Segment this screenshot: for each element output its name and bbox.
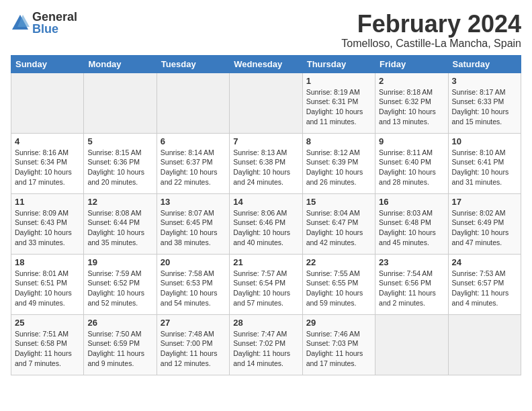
day-info: Sunrise: 8:10 AM Sunset: 6:41 PM Dayligh… [452, 148, 517, 187]
day-cell: 21Sunrise: 7:57 AM Sunset: 6:54 PM Dayli… [230, 254, 302, 314]
day-number: 12 [87, 197, 152, 207]
day-info: Sunrise: 8:17 AM Sunset: 6:33 PM Dayligh… [452, 87, 517, 127]
calendar-table: SundayMondayTuesdayWednesdayThursdayFrid… [11, 55, 521, 375]
day-number: 22 [306, 257, 371, 267]
day-cell: 25Sunrise: 7:51 AM Sunset: 6:58 PM Dayli… [11, 314, 84, 375]
day-number: 20 [161, 257, 226, 267]
day-number: 8 [306, 136, 371, 146]
header-row: SundayMondayTuesdayWednesdayThursdayFrid… [11, 55, 521, 73]
calendar-body: 1Sunrise: 8:19 AM Sunset: 6:31 PM Daylig… [11, 73, 521, 375]
header-friday: Friday [375, 55, 448, 73]
week-row-5: 25Sunrise: 7:51 AM Sunset: 6:58 PM Dayli… [11, 314, 521, 375]
day-number: 23 [379, 257, 444, 267]
day-number: 14 [233, 197, 298, 207]
day-number: 6 [161, 136, 226, 146]
day-cell: 24Sunrise: 7:53 AM Sunset: 6:57 PM Dayli… [448, 254, 521, 314]
day-number: 21 [233, 257, 298, 267]
day-cell: 6Sunrise: 8:14 AM Sunset: 6:37 PM Daylig… [157, 133, 229, 193]
day-info: Sunrise: 8:13 AM Sunset: 6:38 PM Dayligh… [233, 148, 298, 187]
day-info: Sunrise: 8:18 AM Sunset: 6:32 PM Dayligh… [379, 87, 444, 127]
day-number: 29 [306, 318, 371, 328]
day-cell: 29Sunrise: 7:46 AM Sunset: 7:03 PM Dayli… [302, 314, 375, 375]
day-info: Sunrise: 8:02 AM Sunset: 6:49 PM Dayligh… [452, 208, 517, 248]
day-info: Sunrise: 8:04 AM Sunset: 6:47 PM Dayligh… [306, 208, 371, 248]
day-info: Sunrise: 8:19 AM Sunset: 6:31 PM Dayligh… [306, 87, 371, 127]
day-number: 27 [161, 318, 226, 328]
day-number: 28 [233, 318, 298, 328]
logo-icon [11, 13, 30, 32]
day-info: Sunrise: 8:03 AM Sunset: 6:48 PM Dayligh… [379, 208, 444, 248]
day-cell: 2Sunrise: 8:18 AM Sunset: 6:32 PM Daylig… [375, 73, 448, 133]
day-cell: 26Sunrise: 7:50 AM Sunset: 6:59 PM Dayli… [84, 314, 157, 375]
day-number: 3 [452, 76, 517, 86]
header-sunday: Sunday [11, 55, 84, 73]
day-cell: 7Sunrise: 8:13 AM Sunset: 6:38 PM Daylig… [230, 133, 302, 193]
week-row-2: 4Sunrise: 8:16 AM Sunset: 6:34 PM Daylig… [11, 133, 521, 193]
day-info: Sunrise: 8:07 AM Sunset: 6:45 PM Dayligh… [161, 208, 226, 248]
day-number: 2 [379, 76, 444, 86]
day-number: 18 [15, 257, 80, 267]
day-cell: 22Sunrise: 7:55 AM Sunset: 6:55 PM Dayli… [302, 254, 375, 314]
day-number: 26 [87, 318, 152, 328]
day-number: 24 [452, 257, 517, 267]
day-info: Sunrise: 8:15 AM Sunset: 6:36 PM Dayligh… [87, 148, 152, 187]
day-cell: 10Sunrise: 8:10 AM Sunset: 6:41 PM Dayli… [448, 133, 521, 193]
day-info: Sunrise: 8:12 AM Sunset: 6:39 PM Dayligh… [306, 148, 371, 187]
day-number: 5 [87, 136, 152, 146]
day-info: Sunrise: 7:54 AM Sunset: 6:56 PM Dayligh… [379, 269, 444, 308]
day-info: Sunrise: 8:14 AM Sunset: 6:37 PM Dayligh… [161, 148, 226, 187]
day-cell: 18Sunrise: 8:01 AM Sunset: 6:51 PM Dayli… [11, 254, 84, 314]
day-cell: 13Sunrise: 8:07 AM Sunset: 6:45 PM Dayli… [157, 193, 229, 254]
day-info: Sunrise: 7:51 AM Sunset: 6:58 PM Dayligh… [15, 329, 80, 369]
day-cell [375, 314, 448, 375]
day-cell: 11Sunrise: 8:09 AM Sunset: 6:43 PM Dayli… [11, 193, 84, 254]
day-info: Sunrise: 8:09 AM Sunset: 6:43 PM Dayligh… [15, 208, 80, 248]
day-info: Sunrise: 8:06 AM Sunset: 6:46 PM Dayligh… [233, 208, 298, 248]
day-number: 10 [452, 136, 517, 146]
day-info: Sunrise: 7:58 AM Sunset: 6:53 PM Dayligh… [161, 269, 226, 308]
day-number: 9 [379, 136, 444, 146]
header-wednesday: Wednesday [230, 55, 302, 73]
week-row-3: 11Sunrise: 8:09 AM Sunset: 6:43 PM Dayli… [11, 193, 521, 254]
header-thursday: Thursday [302, 55, 375, 73]
day-info: Sunrise: 8:01 AM Sunset: 6:51 PM Dayligh… [15, 269, 80, 308]
day-info: Sunrise: 7:53 AM Sunset: 6:57 PM Dayligh… [452, 269, 517, 308]
calendar-subtitle: Tomelloso, Castille-La Mancha, Spain [341, 38, 521, 50]
day-info: Sunrise: 8:11 AM Sunset: 6:40 PM Dayligh… [379, 148, 444, 187]
day-info: Sunrise: 8:16 AM Sunset: 6:34 PM Dayligh… [15, 148, 80, 187]
day-cell: 14Sunrise: 8:06 AM Sunset: 6:46 PM Dayli… [230, 193, 302, 254]
day-cell: 9Sunrise: 8:11 AM Sunset: 6:40 PM Daylig… [375, 133, 448, 193]
day-info: Sunrise: 7:46 AM Sunset: 7:03 PM Dayligh… [306, 329, 371, 369]
logo: General Blue [11, 11, 77, 35]
day-cell [11, 73, 84, 133]
calendar-title: February 2024 [341, 11, 521, 38]
day-cell [230, 73, 302, 133]
logo-general-text: General [32, 11, 77, 23]
day-number: 11 [15, 197, 80, 207]
day-number: 25 [15, 318, 80, 328]
day-cell: 5Sunrise: 8:15 AM Sunset: 6:36 PM Daylig… [84, 133, 157, 193]
day-info: Sunrise: 7:50 AM Sunset: 6:59 PM Dayligh… [87, 329, 152, 369]
day-info: Sunrise: 8:08 AM Sunset: 6:44 PM Dayligh… [87, 208, 152, 248]
day-cell: 23Sunrise: 7:54 AM Sunset: 6:56 PM Dayli… [375, 254, 448, 314]
day-number: 7 [233, 136, 298, 146]
header-tuesday: Tuesday [157, 55, 229, 73]
day-cell: 12Sunrise: 8:08 AM Sunset: 6:44 PM Dayli… [84, 193, 157, 254]
day-cell: 19Sunrise: 7:59 AM Sunset: 6:52 PM Dayli… [84, 254, 157, 314]
day-info: Sunrise: 7:57 AM Sunset: 6:54 PM Dayligh… [233, 269, 298, 308]
calendar-header: SundayMondayTuesdayWednesdayThursdayFrid… [11, 55, 521, 73]
day-cell: 20Sunrise: 7:58 AM Sunset: 6:53 PM Dayli… [157, 254, 229, 314]
day-info: Sunrise: 7:47 AM Sunset: 7:02 PM Dayligh… [233, 329, 298, 369]
header-saturday: Saturday [448, 55, 521, 73]
day-cell: 17Sunrise: 8:02 AM Sunset: 6:49 PM Dayli… [448, 193, 521, 254]
day-cell [448, 314, 521, 375]
day-cell: 8Sunrise: 8:12 AM Sunset: 6:39 PM Daylig… [302, 133, 375, 193]
logo-blue-text: Blue [32, 23, 77, 35]
day-info: Sunrise: 7:55 AM Sunset: 6:55 PM Dayligh… [306, 269, 371, 308]
header-monday: Monday [84, 55, 157, 73]
day-number: 17 [452, 197, 517, 207]
week-row-4: 18Sunrise: 8:01 AM Sunset: 6:51 PM Dayli… [11, 254, 521, 314]
day-number: 15 [306, 197, 371, 207]
title-area: February 2024 Tomelloso, Castille-La Man… [341, 11, 521, 50]
day-cell: 16Sunrise: 8:03 AM Sunset: 6:48 PM Dayli… [375, 193, 448, 254]
